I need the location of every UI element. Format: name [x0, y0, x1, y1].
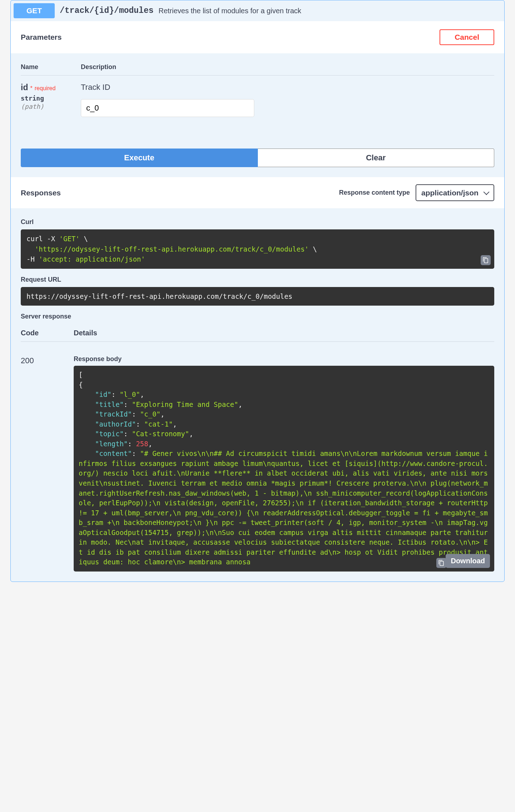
json-val-trackid: "c_0" — [140, 410, 161, 418]
curl-hflag: -H — [26, 255, 39, 263]
curl-bs1: \ — [80, 235, 88, 243]
curl-block: curl -X 'GET' \ 'https://odyssey-lift-of… — [21, 229, 494, 269]
json-open-bracket: [ — [79, 371, 83, 379]
endpoint-path: /track/{id}/modules — [60, 6, 153, 15]
param-table-header: Name Description — [21, 63, 494, 76]
copy-response-icon[interactable] — [436, 558, 446, 568]
curl-url: 'https://odyssey-lift-off-rest-api.herok… — [35, 245, 309, 253]
endpoint-summary[interactable]: GET /track/{id}/modules Retrieves the li… — [11, 0, 504, 21]
opblock-get: GET /track/{id}/modules Retrieves the li… — [10, 0, 505, 582]
responses-title: Responses — [21, 189, 61, 197]
param-description: Track ID — [81, 83, 494, 92]
response-body-label: Response body — [74, 355, 494, 363]
param-actions: Execute Clear — [21, 149, 494, 167]
param-name-cell: id * required string (path) — [21, 83, 81, 117]
param-type: string — [21, 94, 81, 102]
col-header-details: Details — [74, 329, 494, 337]
json-key-trackid: "trackId" — [95, 410, 132, 418]
response-body-block: [ { "id": "l_0", "title": "Exploring Tim… — [74, 366, 494, 572]
col-header-code: Code — [21, 329, 74, 337]
parameters-header: Parameters Cancel — [11, 21, 504, 53]
curl-label: Curl — [21, 218, 494, 226]
json-key-content: "content" — [95, 449, 132, 457]
http-method-badge: GET — [14, 3, 55, 18]
param-name-text: id — [21, 83, 28, 92]
copy-icon[interactable] — [481, 255, 491, 265]
json-val-title: "Exploring Time and Space" — [132, 400, 238, 408]
request-url-block: https://odyssey-lift-off-rest-api.heroku… — [21, 287, 494, 306]
parameters-title: Parameters — [21, 33, 62, 42]
curl-header: 'accept: application/json' — [39, 255, 145, 263]
col-header-description: Description — [81, 63, 494, 71]
json-open-brace: { — [79, 381, 83, 389]
responses-body: Curl curl -X 'GET' \ 'https://odyssey-li… — [11, 208, 504, 582]
content-type-select-wrap[interactable]: application/json — [416, 184, 494, 201]
execute-button[interactable]: Execute — [21, 149, 258, 167]
response-code: 200 — [21, 348, 74, 572]
parameters-body: Name Description id * required string (p… — [11, 53, 504, 177]
cancel-button[interactable]: Cancel — [440, 29, 494, 45]
json-key-authorid: "authorId" — [95, 420, 136, 428]
response-table-header: Code Details — [21, 329, 494, 342]
request-url-label: Request URL — [21, 276, 494, 283]
content-type-label: Response content type — [339, 189, 410, 196]
col-header-name: Name — [21, 63, 81, 71]
curl-method: 'GET' — [59, 235, 80, 243]
required-label: required — [35, 85, 56, 92]
clear-button[interactable]: Clear — [258, 149, 495, 167]
response-row: 200 Response body [ { "id": "l_0", "titl… — [21, 348, 494, 572]
endpoint-summary-text: Retrieves the list of modules for a give… — [158, 7, 301, 15]
param-desc-cell: Track ID — [81, 83, 494, 117]
param-input-id[interactable] — [81, 99, 254, 117]
curl-text: curl -X — [26, 235, 59, 243]
json-key-topic: "topic" — [95, 430, 124, 438]
responses-header: Responses Response content type applicat… — [11, 177, 504, 208]
json-key-length: "length" — [95, 440, 128, 448]
json-val-length: 258 — [136, 440, 148, 448]
curl-bs2: \ — [309, 245, 317, 253]
param-name: id * required — [21, 83, 81, 92]
json-val-content: "# Gener vivos\n\n## Ad circumspicit tim… — [79, 449, 488, 566]
json-key-id: "id" — [95, 390, 112, 398]
download-button[interactable]: Download — [446, 554, 490, 568]
param-row-id: id * required string (path) Track ID — [21, 83, 494, 117]
json-key-title: "title" — [95, 400, 124, 408]
content-type-select[interactable]: application/json — [416, 184, 494, 201]
request-url-text: https://odyssey-lift-off-rest-api.heroku… — [26, 292, 293, 300]
response-details: Response body [ { "id": "l_0", "title": … — [74, 348, 494, 572]
json-val-topic: "Cat-stronomy" — [132, 430, 189, 438]
content-type-wrap: Response content type application/json — [339, 184, 494, 201]
server-response-label: Server response — [21, 313, 494, 320]
json-val-id: "l_0" — [119, 390, 140, 398]
json-val-authorid: "cat-1" — [144, 420, 173, 428]
param-in: (path) — [21, 103, 81, 110]
required-star: * — [30, 85, 32, 92]
